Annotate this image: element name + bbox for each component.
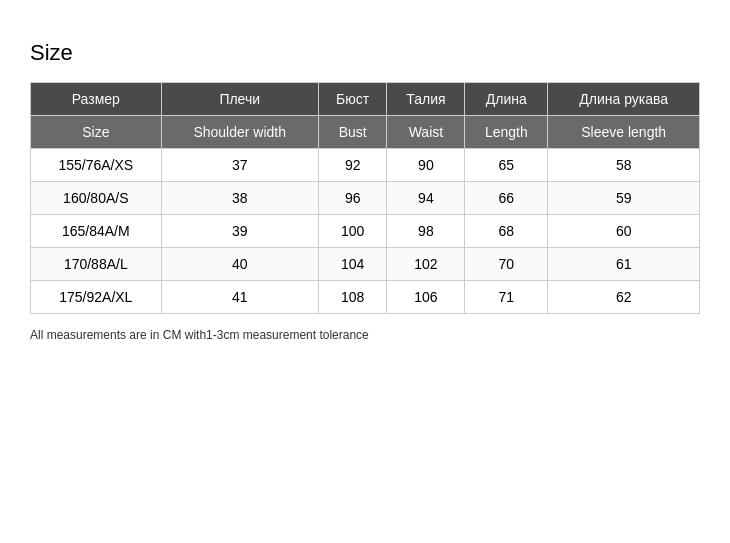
table-cell: 100 [318, 215, 387, 248]
table-cell: 96 [318, 182, 387, 215]
col-header-bust-en: Bust [318, 116, 387, 149]
table-cell: 92 [318, 149, 387, 182]
table-row: 160/80A/S3896946659 [31, 182, 700, 215]
table-row: 175/92A/XL411081067162 [31, 281, 700, 314]
table-cell: 102 [387, 248, 465, 281]
col-header-waist-en: Waist [387, 116, 465, 149]
measurement-note: All measurements are in CM with1-3cm mea… [30, 328, 700, 342]
table-cell: 165/84A/M [31, 215, 162, 248]
col-header-size-ru: Размер [31, 83, 162, 116]
table-cell: 61 [548, 248, 700, 281]
col-header-bust-ru: Бюст [318, 83, 387, 116]
table-cell: 170/88A/L [31, 248, 162, 281]
table-cell: 94 [387, 182, 465, 215]
table-cell: 38 [161, 182, 318, 215]
table-cell: 70 [465, 248, 548, 281]
table-row: 170/88A/L401041027061 [31, 248, 700, 281]
col-header-shoulder-ru: Плечи [161, 83, 318, 116]
col-header-waist-ru: Талия [387, 83, 465, 116]
table-cell: 37 [161, 149, 318, 182]
table-row: 155/76A/XS3792906558 [31, 149, 700, 182]
table-body: 155/76A/XS3792906558160/80A/S38969466591… [31, 149, 700, 314]
table-cell: 40 [161, 248, 318, 281]
table-cell: 65 [465, 149, 548, 182]
table-cell: 60 [548, 215, 700, 248]
table-cell: 90 [387, 149, 465, 182]
table-cell: 106 [387, 281, 465, 314]
table-cell: 68 [465, 215, 548, 248]
table-cell: 108 [318, 281, 387, 314]
col-header-sleeve-en: Sleeve length [548, 116, 700, 149]
table-cell: 160/80A/S [31, 182, 162, 215]
col-header-size-en: Size [31, 116, 162, 149]
table-cell: 155/76A/XS [31, 149, 162, 182]
col-header-sleeve-ru: Длина рукава [548, 83, 700, 116]
page-title: Size [30, 40, 700, 66]
table-cell: 41 [161, 281, 318, 314]
table-cell: 98 [387, 215, 465, 248]
col-header-length-ru: Длина [465, 83, 548, 116]
col-header-length-en: Length [465, 116, 548, 149]
table-row: 165/84A/M39100986860 [31, 215, 700, 248]
table-cell: 175/92A/XL [31, 281, 162, 314]
header-row-russian: Размер Плечи Бюст Талия Длина Длина рука… [31, 83, 700, 116]
table-cell: 71 [465, 281, 548, 314]
col-header-shoulder-en: Shoulder width [161, 116, 318, 149]
table-cell: 66 [465, 182, 548, 215]
table-cell: 59 [548, 182, 700, 215]
header-row-english: Size Shoulder width Bust Waist Length Sl… [31, 116, 700, 149]
table-cell: 62 [548, 281, 700, 314]
table-cell: 104 [318, 248, 387, 281]
table-cell: 58 [548, 149, 700, 182]
size-table: Размер Плечи Бюст Талия Длина Длина рука… [30, 82, 700, 314]
table-cell: 39 [161, 215, 318, 248]
